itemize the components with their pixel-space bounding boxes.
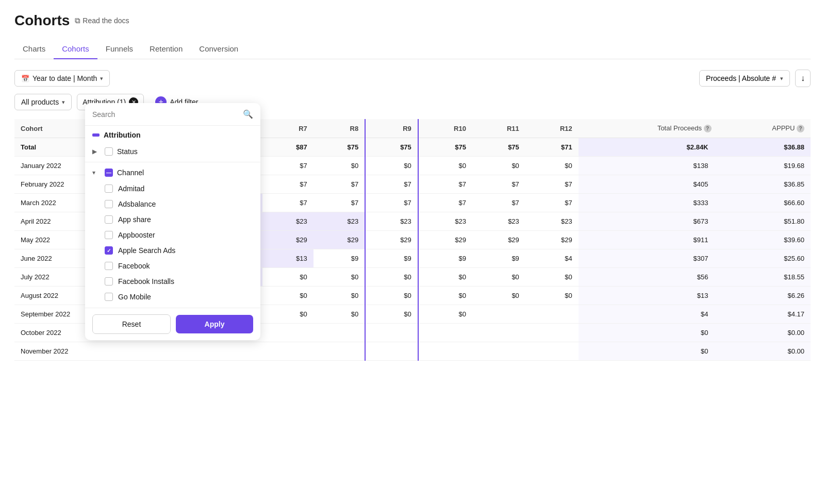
toolbar: 📅 Year to date | Month ▾ Proceeds | Abso…: [14, 70, 811, 87]
table-cell: $911: [579, 231, 715, 249]
table-cell: August 2022: [14, 287, 87, 305]
tab-funnels[interactable]: Funnels: [97, 39, 141, 59]
channel-item-checkbox[interactable]: [105, 246, 113, 255]
download-button[interactable]: ↓: [795, 70, 811, 87]
col-r9: R9: [365, 119, 418, 138]
table-cell: March 2022: [14, 194, 87, 212]
table-cell: $0: [314, 287, 365, 305]
page-container: Cohorts ⧉ Read the docs Charts Cohorts F…: [0, 0, 825, 373]
table-cell: $75: [472, 138, 525, 157]
external-link-icon: ⧉: [75, 16, 80, 25]
table-cell: $0: [365, 157, 418, 175]
tab-cohorts[interactable]: Cohorts: [54, 39, 97, 59]
tab-conversion[interactable]: Conversion: [191, 39, 246, 59]
apppu-info-icon[interactable]: ?: [797, 125, 804, 132]
table-cell: $29: [314, 231, 365, 249]
table-cell: [418, 324, 472, 342]
table-cell: $0: [262, 287, 313, 305]
chevron-down-icon-3: ▾: [62, 99, 65, 106]
table-cell: $29: [365, 231, 418, 249]
table-cell: January 2022: [14, 157, 87, 175]
table-cell: $75: [314, 138, 365, 157]
proceeds-dropdown[interactable]: Proceeds | Absolute # ▾: [699, 70, 790, 87]
attribution-section-icon: [92, 133, 100, 137]
channel-item[interactable]: Appbooster: [85, 227, 260, 243]
tab-retention[interactable]: Retention: [141, 39, 191, 59]
channel-item[interactable]: Adsbalance: [85, 196, 260, 212]
date-range-dropdown[interactable]: 📅 Year to date | Month ▾: [14, 70, 110, 87]
table-cell: October 2022: [14, 324, 87, 342]
channel-item[interactable]: Facebook Installs: [85, 274, 260, 289]
search-input[interactable]: [92, 110, 239, 119]
channel-subsection: ▾ Channel AdmitadAdsbalanceApp shareAppb…: [85, 163, 260, 308]
table-cell: $23: [314, 212, 365, 231]
col-r12: R12: [525, 119, 579, 138]
channel-item-label: Facebook Installs: [118, 277, 174, 285]
table-cell: $0: [472, 157, 525, 175]
channel-item[interactable]: Admitad: [85, 181, 260, 196]
table-cell: $7: [472, 175, 525, 194]
table-cell: $7: [262, 157, 313, 175]
table-cell: $0: [525, 157, 579, 175]
reset-button[interactable]: Reset: [92, 314, 171, 334]
col-total-proceeds: Total Proceeds ?: [579, 119, 715, 138]
table-cell: $7: [314, 175, 365, 194]
calendar-icon: 📅: [21, 75, 29, 82]
channel-item-checkbox[interactable]: [105, 215, 113, 224]
page-title: Cohorts: [14, 12, 70, 29]
table-cell: $71: [525, 138, 579, 157]
table-cell: $23: [525, 212, 579, 231]
table-cell: $0: [418, 305, 472, 324]
channel-item-checkbox[interactable]: [105, 293, 113, 301]
channel-item-checkbox[interactable]: [105, 277, 113, 285]
status-label: Status: [117, 147, 138, 156]
table-cell: $13: [579, 287, 715, 305]
table-cell: $29: [262, 231, 313, 249]
channel-item[interactable]: Facebook: [85, 258, 260, 274]
table-cell: $0: [262, 305, 313, 324]
channel-checkbox[interactable]: [105, 169, 113, 177]
channel-item-checkbox[interactable]: [105, 184, 113, 193]
page-header: Cohorts ⧉ Read the docs: [14, 12, 811, 29]
table-cell: September 2022: [14, 305, 87, 324]
status-header[interactable]: ▶ Status: [85, 144, 260, 159]
table-cell: February 2022: [14, 175, 87, 194]
channel-header[interactable]: ▾ Channel: [85, 165, 260, 180]
total-proceeds-info-icon[interactable]: ?: [704, 125, 712, 132]
table-cell: $19.68: [715, 157, 811, 175]
table-cell: $75: [365, 138, 418, 157]
table-cell: $51.80: [715, 212, 811, 231]
col-r8: R8: [314, 119, 365, 138]
search-icon: 🔍: [243, 109, 253, 119]
table-cell: $36.85: [715, 175, 811, 194]
table-cell: $23: [262, 212, 313, 231]
table-cell: [525, 342, 579, 361]
chevron-down-icon-2: ▾: [780, 75, 783, 82]
channel-item[interactable]: Apple Search Ads: [85, 243, 260, 258]
channel-item-checkbox[interactable]: [105, 200, 113, 208]
table-cell: $333: [579, 194, 715, 212]
table-cell: [262, 342, 313, 361]
status-subsection: ▶ Status: [85, 142, 260, 161]
channel-item-label: Adsbalance: [118, 200, 156, 208]
status-checkbox[interactable]: [105, 147, 113, 156]
attribution-dropdown-panel: 🔍 Attribution ▶ Status ▾: [85, 103, 260, 340]
channel-item-checkbox[interactable]: [105, 262, 113, 270]
table-cell: $0: [314, 305, 365, 324]
channel-item[interactable]: App share: [85, 212, 260, 227]
table-cell: $0: [418, 268, 472, 287]
table-cell: $0: [472, 268, 525, 287]
channel-item-label: App share: [118, 215, 151, 224]
col-r7: R7: [262, 119, 313, 138]
table-cell: $7: [525, 175, 579, 194]
channel-item[interactable]: Go Mobile: [85, 289, 260, 305]
table-cell: [472, 305, 525, 324]
channel-expand-icon: ▾: [92, 169, 101, 176]
product-dropdown[interactable]: All products ▾: [14, 94, 72, 110]
apply-button[interactable]: Apply: [176, 315, 253, 333]
table-cell: $307: [579, 249, 715, 268]
tab-charts[interactable]: Charts: [14, 39, 54, 59]
table-cell: $0: [472, 287, 525, 305]
channel-item-checkbox[interactable]: [105, 231, 113, 239]
read-docs-link[interactable]: ⧉ Read the docs: [75, 16, 129, 25]
